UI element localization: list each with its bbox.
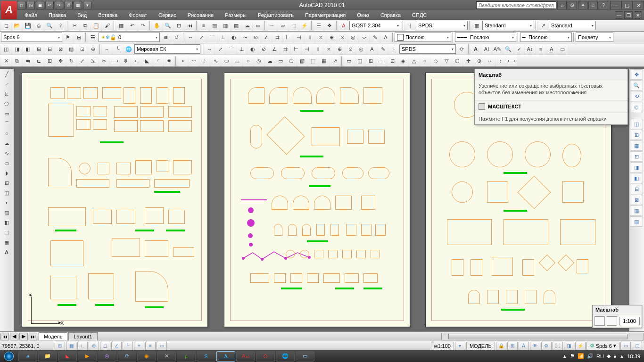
nav-vp6-icon[interactable]: ◧ [630,173,643,183]
zoom-prev-icon[interactable]: ⏮ [184,20,195,31]
snap-icon[interactable]: ⊞ [55,342,65,350]
t4-ell-icon[interactable]: ⬭ [221,56,231,66]
dim2-13-icon[interactable]: ⊕ [334,44,345,54]
taskbar-explorer-icon[interactable]: 📁 [38,351,57,362]
t4-arc3-icon[interactable]: ⌓ [232,56,242,66]
ducs-icon[interactable]: └ [123,342,133,350]
nav-vp3-icon[interactable]: ▦ [630,140,643,151]
tab-layout1[interactable]: Layout1 [68,332,97,340]
dimang-icon[interactable]: ∠ [261,32,272,42]
t4-reg-icon[interactable]: ⬚ [308,56,318,66]
dim2-8-icon[interactable]: ⇉ [280,44,290,54]
block-icon[interactable]: ▦ [116,20,126,31]
tray-app1-icon[interactable]: ◆ [607,353,611,359]
t4-scale-icon[interactable]: ⤢ [77,56,87,66]
menu-help[interactable]: Справка [375,11,406,19]
table-icon[interactable]: ▦ [0,238,13,247]
dim-style-combo[interactable]: SPDS [416,21,468,30]
t4-meas-icon[interactable]: ⊹ [199,56,210,66]
t4-div-icon[interactable]: ⋯ [189,56,199,66]
taskbar-app1-icon[interactable]: ◎ [98,351,116,362]
taskbar-opera-icon[interactable]: O [256,351,275,362]
t4-don-icon[interactable]: ◎ [254,56,264,66]
tray-app3-icon[interactable]: ▲ [619,354,625,359]
start-button[interactable] [0,350,18,362]
t4-rec-icon[interactable]: ▭ [275,56,286,66]
spell-icon[interactable]: ✓ [514,44,524,54]
qat-dropdown-icon[interactable]: ▾ [83,1,91,9]
tray-up-icon[interactable]: ▲ [562,354,567,359]
mleaderstyle-icon[interactable]: ↗ [538,20,548,31]
infocenter-icon[interactable]: ⚙ [568,1,577,9]
taskbar-desk-icon[interactable]: ▭ [296,351,314,362]
menu-dimension[interactable]: Размеры [219,11,252,19]
lineweight-combo[interactable]: ━Послою [520,33,572,42]
t4-point-icon[interactable]: • [178,56,188,66]
tray-vol-icon[interactable]: 🔊 [587,353,594,359]
layerprev-icon[interactable]: ↺ [171,32,182,42]
scale-menu-icon[interactable]: ▾ [455,342,465,350]
layeriso-icon[interactable]: ❖ [324,20,335,31]
tray-lang[interactable]: RU [596,354,604,359]
t4-array-icon[interactable]: ⊞ [44,56,55,66]
dim2-17-icon[interactable]: ✎ [378,44,388,54]
t4-stretch-icon[interactable]: ⇲ [88,56,98,66]
tab-last-icon[interactable]: ⏭ [29,333,37,340]
t4-fillet-icon[interactable]: ◜ [153,56,163,66]
taskbar-acad-icon[interactable]: A [216,351,235,362]
mtext2-icon[interactable]: A [0,247,13,257]
st-ann-icon[interactable]: A [519,342,529,350]
mleader-style-combo[interactable]: Standard [549,21,596,30]
paste-icon[interactable]: 📋 [91,20,101,31]
rect-icon[interactable]: ▭ [0,109,13,118]
taskbar-app2-icon[interactable]: ⟳ [117,351,136,362]
t4-hat-icon[interactable]: ▨ [297,56,307,66]
dim2-12-icon[interactable]: ⤫ [323,44,334,54]
t4-copy-icon[interactable]: ⧉ [12,56,22,66]
s4-14-icon[interactable]: ↔ [485,56,495,66]
dim2-4-icon[interactable]: ⊥ [237,44,247,54]
t4-erase-icon[interactable]: ✕ [1,56,11,66]
dimalign-icon[interactable]: ⤢ [196,32,206,42]
zoom-rt-icon[interactable]: 🔍 [163,20,173,31]
s4-4-icon[interactable]: ≡ [376,56,387,66]
taskbar-utorrent-icon[interactable]: µ [177,351,196,362]
s4-13-icon[interactable]: ⊕ [474,56,484,66]
dimcont-icon[interactable]: ⊣ [294,32,304,42]
ellipsearc-icon[interactable]: ◗ [0,168,13,178]
undo2-icon[interactable]: ↶ [127,20,137,31]
taskbar-ie-icon[interactable]: e [18,351,37,362]
dyn-icon[interactable]: + [134,342,144,350]
dist-icon[interactable]: ↔ [267,20,277,31]
st-iso-icon[interactable]: ◨ [564,342,574,350]
t4-explode-icon[interactable]: ✸ [164,56,174,66]
comm-icon[interactable]: ✦ [578,1,587,9]
circle-icon[interactable]: ○ [0,129,13,138]
doc-minimize-button[interactable]: — [615,11,623,19]
spds-combo[interactable]: SPDS [399,44,456,54]
qcalc-icon[interactable]: ▭ [253,20,263,31]
spline-icon[interactable]: ∿ [0,148,13,158]
justify-icon[interactable]: ≡ [536,44,546,54]
t4-break-icon[interactable]: ⤋ [120,56,131,66]
dim2-3-icon[interactable]: ⌒ [226,44,236,54]
nav-wheel-icon[interactable]: ◎ [630,102,643,112]
dimlin-icon[interactable]: ↔ [185,32,196,42]
t4-pol-icon[interactable]: ⬠ [286,56,297,66]
taskbar-a10-icon[interactable]: A₁₀ [236,351,255,362]
qat-undo-icon[interactable]: ↶ [45,1,54,9]
zoom-win-icon[interactable]: ⊡ [173,20,184,31]
ucsworld-icon[interactable]: 🌐 [124,44,134,54]
qat-open-icon[interactable]: ◳ [26,1,35,9]
hatch-icon[interactable]: ▨ [0,208,13,217]
fav-icon[interactable]: ☆ [588,1,598,9]
qdim-icon[interactable]: ⇉ [272,32,282,42]
t4-trim-icon[interactable]: ✂ [99,56,109,66]
polar-icon[interactable]: ⊕ [89,342,99,350]
dwg-scale[interactable]: м1:100 [431,342,454,350]
s4-7-icon[interactable]: △ [409,56,419,66]
nav-vp1-icon[interactable]: ◫ [630,119,643,129]
dtext-icon[interactable]: AI [481,44,492,54]
help-icon[interactable]: ? [599,1,608,9]
tab-model[interactable]: Модель [39,332,67,340]
